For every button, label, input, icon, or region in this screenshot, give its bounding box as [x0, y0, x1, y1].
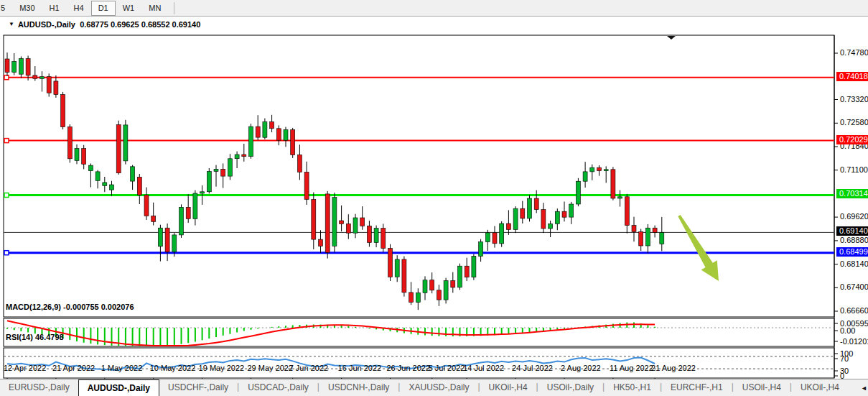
- timeframe-button-5[interactable]: 5: [0, 1, 12, 16]
- timeframe-toolbar: 5M30H1H4D1W1MN: [0, 0, 868, 17]
- price-level-badge: 0.68499: [836, 247, 868, 257]
- price-tick-label: 0.68880: [840, 236, 868, 244]
- price-level-badge: 0.72029: [836, 135, 868, 144]
- chart-tab-audusd-daily[interactable]: AUDUSD-,Daily: [78, 379, 159, 396]
- chart-dropdown-icon[interactable]: ▼: [9, 21, 14, 27]
- tabs-scroll-left-icon[interactable]: ◄: [861, 385, 867, 392]
- date-tick-label: 10 May 2022: [150, 364, 196, 372]
- chart-tab-eurusd-daily[interactable]: EURUSD-,Daily: [0, 379, 78, 396]
- chart-tab-usoil-h4[interactable]: USOil-,H4: [734, 379, 790, 396]
- date-tick-label: 11 Aug 2022: [610, 364, 653, 372]
- date-tick-label: 14 Jul 2022: [463, 364, 504, 372]
- date-tick-label: 16 Jun 2022: [338, 364, 382, 372]
- chart-tab-bar: EURUSD-,DailyAUDUSD-,DailyUSDCHF-,Daily|…: [0, 379, 868, 396]
- chart-ohlc-values: 0.68775 0.69625 0.68552 0.69140: [80, 20, 200, 29]
- chart-tab-eurchf-h1[interactable]: EURCHF-,H1: [662, 379, 732, 396]
- macd-scale-label: 0.00: [840, 326, 855, 335]
- rsi-scale-label: 70: [840, 354, 849, 363]
- date-tick-label: 19 May 2022: [199, 364, 245, 372]
- date-tick-label: 1 May 2022: [101, 364, 142, 372]
- chart-tab-usdchf-daily[interactable]: USDCHF-,Daily: [159, 379, 237, 396]
- chart-tab-usoil-daily[interactable]: USOil-,Daily: [538, 379, 602, 396]
- date-tick-label: 24 Jul 2022: [512, 364, 553, 372]
- macd-scale-label: -0.012015: [840, 337, 868, 346]
- price-tick-label: 0.74780: [840, 48, 868, 57]
- price-level-badge: 0.69140: [836, 226, 868, 236]
- rsi-scale-label: 0: [840, 372, 844, 380]
- price-level-badge: 0.70314: [836, 189, 868, 198]
- timeframe-button-h4[interactable]: H4: [67, 1, 91, 16]
- toolbar-separator: [174, 2, 174, 14]
- chart-tab-ukoil-h4[interactable]: UKOil-,H4: [792, 379, 848, 396]
- timeframe-button-w1[interactable]: W1: [116, 1, 142, 16]
- date-tick-label: 21 Aug 2022: [651, 364, 696, 372]
- price-tick-label: 0.68140: [840, 259, 868, 268]
- date-tick-label: 29 May 2022: [248, 364, 294, 372]
- price-tick-label: 0.71100: [840, 165, 868, 174]
- macd-indicator-label: MACD(12,26,9) -0.000755 0.002076: [6, 303, 134, 311]
- timeframe-button-mn[interactable]: MN: [141, 1, 168, 16]
- timeframe-button-h1[interactable]: H1: [42, 1, 67, 16]
- chart-window: ▼AUDUSD-,Daily 0.68775 0.69625 0.68552 0…: [0, 17, 868, 379]
- timeframe-button-d1[interactable]: D1: [91, 1, 116, 16]
- price-tick-label: 0.69620: [840, 212, 868, 221]
- chart-tab-xauusd-daily[interactable]: XAUUSD-,Daily: [400, 379, 477, 396]
- chart-tab-usdcad-daily[interactable]: USDCAD-,Daily: [239, 379, 317, 396]
- timeframe-button-m30[interactable]: M30: [12, 1, 42, 16]
- date-tick-label: 26 Jun 2022: [387, 364, 431, 372]
- price-chart-canvas[interactable]: [0, 17, 868, 379]
- chart-symbol-label: AUDUSD-,Daily: [18, 20, 75, 29]
- price-tick-label: 0.67400: [840, 282, 868, 291]
- price-level-badge: 0.74018: [836, 72, 868, 81]
- chart-title: ▼AUDUSD-,Daily 0.68775 0.69625 0.68552 0…: [9, 20, 200, 29]
- price-tick-label: 0.72580: [840, 118, 868, 126]
- rsi-indicator-label: RSI(14) 46.4798: [6, 333, 64, 341]
- date-tick-label: 21 Apr 2022: [52, 364, 95, 372]
- date-tick-label: 7 Jun 2022: [289, 364, 328, 372]
- date-tick-label: 5 Jul 2022: [429, 364, 465, 372]
- date-tick-label: 12 Apr 2022: [4, 364, 46, 372]
- chart-tab-usdcnh-daily[interactable]: USDCNH-,Daily: [319, 379, 398, 396]
- price-tick-label: 0.66660: [840, 306, 868, 315]
- chart-tab-hk50-h1[interactable]: HK50-,H1: [605, 379, 660, 396]
- chart-tab-ukoil-h4[interactable]: UKOil-,H4: [480, 379, 536, 396]
- mt4-terminal-window: 5M30H1H4D1W1MN ▼AUDUSD-,Daily 0.68775 0.…: [0, 0, 868, 396]
- price-tick-label: 0.73320: [840, 95, 868, 103]
- date-tick-label: 2 Aug 2022: [561, 364, 601, 372]
